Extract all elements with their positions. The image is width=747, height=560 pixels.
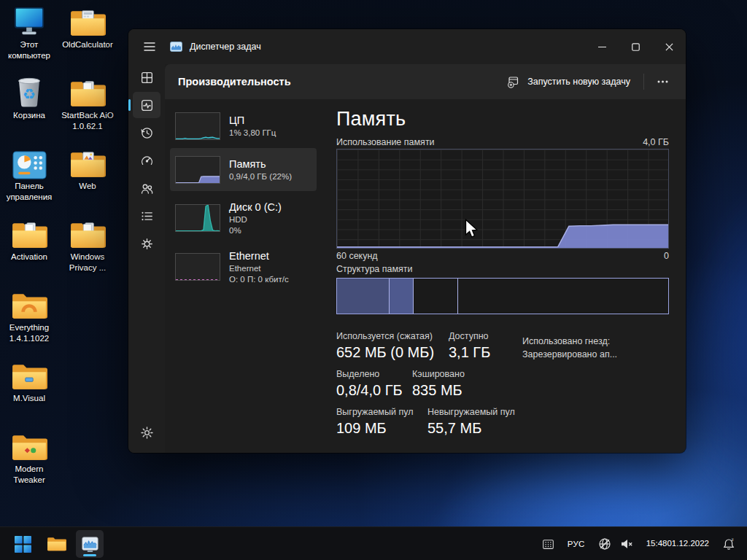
stat-value: 835 МБ	[412, 382, 669, 399]
memory-label: Память	[229, 158, 292, 171]
tray-time: 15:48	[646, 539, 667, 549]
stat-label: Невыгружаемый пул	[427, 407, 669, 417]
more-options-button[interactable]	[650, 74, 676, 89]
stat-label: Кэшировано	[412, 369, 669, 379]
hamburger-icon	[144, 42, 155, 52]
memory-composition-bar	[336, 278, 669, 314]
computer-icon	[12, 3, 46, 38]
file-explorer-button[interactable]	[42, 530, 70, 558]
close-button[interactable]	[652, 29, 686, 64]
folder-icon	[69, 3, 106, 38]
folder-icon	[69, 74, 106, 109]
run-new-task-button[interactable]: Запустить новую задачу	[500, 70, 638, 94]
page-header: Производительность Запустить новую задач…	[165, 64, 686, 99]
desktop-icon-label: OldCalculator	[62, 39, 113, 50]
cpu-sparkline	[175, 112, 220, 140]
memory-usage-chart	[336, 149, 669, 249]
desktop-icon-label: StartBack AiO 1.0.62.1	[58, 110, 117, 132]
desktop-icon-label: Modern Tweaker	[0, 464, 58, 486]
desktop-icon-label: Everything 1.4.1.1022	[0, 322, 58, 344]
clock-date[interactable]: 15:48 01.12.2022	[642, 536, 713, 552]
maximize-button[interactable]	[619, 29, 652, 64]
nav-startup-button[interactable]	[133, 147, 160, 174]
memory-stats: Используется (сжатая) 652 МБ (0 МБ) Дост…	[336, 331, 669, 445]
perf-item-disk[interactable]: Диск 0 (C:) HDD 0%	[170, 195, 317, 241]
desktop-icon-m-visual[interactable]: M.Visual	[0, 357, 58, 427]
disk-value: 0%	[229, 225, 282, 236]
usage-label: Использование памяти	[336, 137, 435, 147]
ethernet-type: Ethernet	[229, 263, 289, 274]
desktop-icon-label: Панель управления	[0, 181, 58, 203]
desktop-icon-label: Корзина	[13, 110, 45, 121]
touch-keyboard-tray-icon[interactable]	[538, 535, 559, 553]
folder-icon	[69, 144, 106, 179]
new-task-icon	[507, 75, 521, 89]
stat-label: Выделено	[336, 369, 412, 379]
minimize-button[interactable]	[585, 29, 619, 64]
desktop-icon-everything-1-4-1-1022[interactable]: Everything 1.4.1.1022	[0, 286, 58, 357]
nav-users-button[interactable]	[133, 175, 160, 201]
stat-value: 109 МБ	[336, 420, 427, 437]
nav-history-button[interactable]	[133, 120, 160, 146]
hardware-reserved-info: Использовано гнезд: Зарезервировано ап..…	[522, 335, 617, 361]
run-new-task-label: Запустить новую задачу	[527, 77, 630, 87]
composition-segment-standby	[414, 279, 458, 314]
desktop-icon--[interactable]: Панель управления	[0, 144, 58, 215]
memory-sparkline	[175, 156, 220, 184]
perf-item-cpu[interactable]: ЦП 1% 3,80 ГГц	[170, 107, 317, 145]
desktop-icon-oldcalculator[interactable]: OldCalculator	[58, 3, 117, 74]
disk-sparkline	[175, 204, 220, 232]
memory-detail-panel: Память Использование памяти 4,0 ГБ 60 се…	[336, 99, 669, 453]
desktop-icon--[interactable]: ♻Корзина	[0, 74, 58, 144]
nav-details-button[interactable]	[133, 203, 160, 229]
desktop-icon-startback-aio-1-0-62-1[interactable]: StartBack AiO 1.0.62.1	[58, 74, 117, 144]
language-indicator[interactable]: РУС	[563, 537, 589, 551]
task-manager-app-icon	[170, 41, 182, 53]
stat-label: Выгружаемый пул	[336, 407, 427, 417]
desktop-icon-label: Activation	[11, 252, 47, 262]
selected-indicator-pill	[128, 99, 131, 111]
desktop-icon-modern-tweaker[interactable]: Modern Tweaker	[0, 427, 58, 498]
desktop-icon-grid: Этот компьютер♻КорзинаПанель управленияA…	[0, 3, 118, 498]
system-tray: РУС 15:48 01.12.2022 z	[538, 527, 740, 560]
ethernet-value: О: 0 П: 0 кбит/с	[229, 274, 289, 285]
desktop-icon-label: Web	[79, 181, 96, 192]
task-manager-icon	[81, 535, 99, 553]
composition-label: Структура памяти	[336, 264, 413, 274]
detail-title: Память	[336, 108, 406, 131]
network-disconnected-icon[interactable]	[594, 534, 616, 553]
task-manager-taskbar-button[interactable]	[76, 530, 104, 558]
nav-performance-button[interactable]	[133, 92, 160, 118]
svg-text:z: z	[731, 537, 733, 542]
folder-icon	[11, 357, 47, 392]
nav-processes-button[interactable]	[133, 64, 160, 90]
perf-item-ethernet[interactable]: Ethernet Ethernet О: 0 П: 0 кбит/с	[170, 244, 317, 289]
start-button[interactable]	[9, 530, 36, 558]
recycle-bin-icon: ♻	[14, 74, 44, 109]
notification-bell-icon[interactable]: z	[718, 534, 740, 553]
desktop-icon-web[interactable]: Web	[58, 144, 117, 215]
cpu-label: ЦП	[229, 114, 276, 128]
active-app-indicator	[83, 554, 96, 556]
titlebar[interactable]: Диспетчер задач	[128, 29, 686, 64]
perf-item-memory[interactable]: Память 0,9/4,0 ГБ (22%)	[170, 148, 317, 191]
x-axis-left-label: 60 секунд	[336, 251, 378, 261]
stat-value: 55,7 МБ	[427, 420, 669, 437]
hamburger-menu-button[interactable]	[137, 34, 162, 59]
header-divider	[643, 74, 644, 90]
settings-button[interactable]	[133, 419, 160, 446]
composition-segment-free	[458, 279, 668, 314]
nav-services-button[interactable]	[133, 230, 160, 257]
desktop-icon-label: Windows Privacy ...	[58, 252, 117, 273]
disk-type: HDD	[229, 214, 282, 225]
windows-logo-icon	[14, 535, 32, 553]
stat-value: 0,8/4,0 ГБ	[336, 382, 412, 399]
volume-muted-icon[interactable]	[616, 534, 638, 553]
ethernet-label: Ethernet	[229, 249, 289, 263]
folder-icon	[11, 286, 47, 321]
desktop-icon-activation[interactable]: Activation	[0, 215, 58, 286]
desktop-icon--[interactable]: Этот компьютер	[0, 3, 58, 74]
disk-label: Диск 0 (C:)	[229, 201, 282, 214]
window-title: Диспетчер задач	[190, 42, 261, 52]
desktop-icon-windows-privacy-[interactable]: Windows Privacy ...	[58, 215, 117, 286]
